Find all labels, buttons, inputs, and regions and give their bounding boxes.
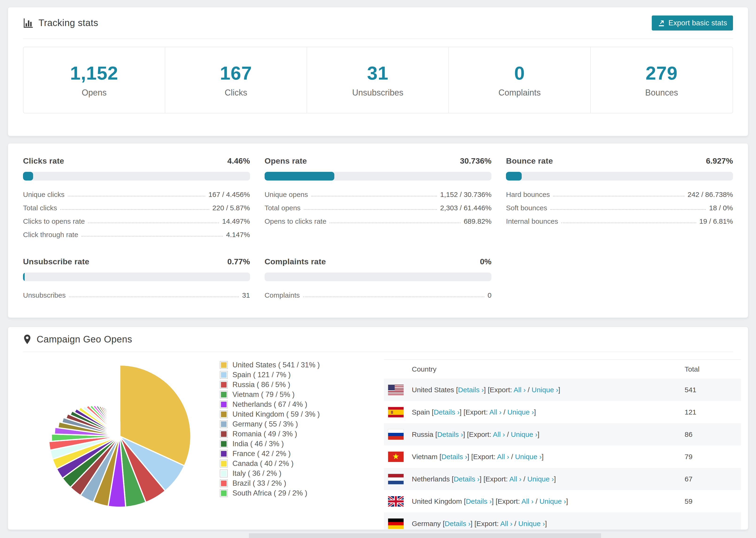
country-cell: Spain [Details ›] [Export: All › / Uniqu… — [384, 408, 685, 416]
stat-tile-bounces: 279Bounces — [591, 47, 732, 113]
total-cell: 59 — [685, 497, 741, 506]
export-all-link[interactable]: All › — [489, 408, 502, 416]
stat-value: 31 — [367, 62, 389, 84]
text: [Export: — [467, 430, 493, 438]
country-name: Germany — [412, 520, 441, 527]
legend-item-france[interactable]: France ( 42 / 2% ) — [220, 449, 320, 459]
legend-item-brazil[interactable]: Brazil ( 33 / 2% ) — [220, 478, 320, 488]
rate-stat-row: Unique opens1,152 / 30.736% — [265, 185, 492, 198]
legend-item-netherlands[interactable]: Netherlands ( 67 / 4% ) — [220, 400, 320, 409]
geo-content: United States ( 541 / 31% )Spain ( 121 /… — [8, 351, 748, 529]
country-cell: Vietnam [Details ›] [Export: All › / Uni… — [384, 453, 685, 461]
details-link[interactable]: Details › — [466, 497, 492, 505]
text — [441, 520, 443, 527]
details-link[interactable]: Details › — [454, 475, 479, 483]
es-flag-icon — [388, 407, 404, 417]
dotted-leader — [330, 223, 460, 223]
rate-stat-label: Clicks to opens rate — [23, 217, 85, 225]
legend-item-india[interactable]: India ( 46 / 3% ) — [220, 439, 320, 449]
rate-stat-row: Unsubscribes31 — [23, 286, 250, 299]
text: ] — [545, 520, 547, 527]
export-all-link[interactable]: All › — [509, 475, 521, 483]
column-header-total: Total — [685, 365, 741, 373]
dotted-leader — [69, 296, 239, 297]
rate-title: Opens rate — [265, 156, 307, 166]
text: ] — [534, 408, 536, 416]
pie-legend: United States ( 541 / 31% )Spain ( 121 /… — [220, 360, 320, 498]
map-pin-icon — [23, 334, 31, 345]
legend-label: Canada ( 40 / 2% ) — [233, 459, 294, 468]
export-unique-link[interactable]: Unique › — [511, 430, 537, 438]
text: / — [534, 497, 540, 505]
rate-stat-value: 18 / 0% — [709, 204, 733, 212]
dotted-leader — [553, 196, 684, 196]
legend-label: Netherlands ( 67 / 4% ) — [233, 400, 307, 409]
export-all-link[interactable]: All › — [497, 453, 509, 460]
details-link[interactable]: Details › — [445, 520, 470, 527]
geo-country-table: CountryTotalUnited States [Details ›] [E… — [384, 359, 741, 530]
legend-item-germany[interactable]: Germany ( 55 / 3% ) — [220, 419, 320, 429]
export-unique-link[interactable]: Unique › — [515, 453, 542, 460]
text — [482, 475, 483, 483]
details-link[interactable]: Details › — [441, 453, 467, 460]
dotted-leader — [311, 196, 437, 196]
text — [461, 408, 463, 416]
rate-stat-row: Total opens2,303 / 61.446% — [265, 198, 492, 212]
legend-item-italy[interactable]: Italy ( 36 / 2% ) — [220, 468, 320, 478]
horizontal-scrollbar[interactable] — [249, 533, 601, 538]
legend-item-russia[interactable]: Russia ( 86 / 5% ) — [220, 380, 320, 390]
export-all-link[interactable]: All › — [521, 497, 534, 505]
export-all-link[interactable]: All › — [493, 430, 505, 438]
export-unique-link[interactable]: Unique › — [531, 386, 558, 394]
dotted-leader — [561, 223, 696, 223]
details-link[interactable]: Details › — [437, 430, 463, 438]
rate-value: 4.46% — [227, 156, 250, 166]
text: / — [505, 430, 511, 438]
legend-item-south-africa[interactable]: South Africa ( 29 / 2% ) — [220, 488, 320, 498]
legend-item-vietnam[interactable]: Vietnam ( 79 / 5% ) — [220, 390, 320, 400]
dotted-leader — [60, 209, 209, 210]
legend-item-united-kingdom[interactable]: United Kingdom ( 59 / 3% ) — [220, 409, 320, 419]
dotted-leader — [303, 296, 484, 297]
legend-label: South Africa ( 29 / 2% ) — [233, 489, 307, 497]
text: ] — [479, 475, 481, 483]
legend-item-romania[interactable]: Romania ( 49 / 3% ) — [220, 429, 320, 439]
legend-item-spain[interactable]: Spain ( 121 / 7% ) — [220, 370, 320, 380]
export-unique-link[interactable]: Unique › — [540, 497, 566, 505]
table-row-us: United States [Details ›] [Export: All ›… — [384, 379, 741, 401]
rate-stat-label: Soft bounces — [506, 204, 547, 212]
rate-header: Complaints rate0% — [265, 257, 492, 266]
export-all-link[interactable]: All › — [500, 520, 513, 527]
text: [ — [464, 497, 466, 505]
legend-item-united-states[interactable]: United States ( 541 / 31% ) — [220, 360, 320, 370]
legend-item-canada[interactable]: Canada ( 40 / 2% ) — [220, 459, 320, 468]
export-unique-link[interactable]: Unique › — [527, 475, 554, 483]
stat-label: Bounces — [645, 88, 678, 98]
stat-value: 279 — [646, 62, 677, 84]
country-cell: Germany [Details ›] [Export: All › / Uni… — [384, 520, 685, 528]
text: / — [526, 386, 531, 394]
export-basic-stats-button[interactable]: Export basic stats — [652, 16, 733, 30]
stat-label: Unsubscribes — [352, 88, 404, 98]
country-name: Russia — [412, 430, 433, 438]
legend-swatch — [220, 459, 228, 467]
stat-tile-opens: 1,152Opens — [24, 47, 165, 113]
details-link[interactable]: Details › — [458, 386, 484, 394]
dotted-leader — [81, 236, 223, 237]
export-unique-link[interactable]: Unique › — [507, 408, 534, 416]
rate-stat-value: 31 — [242, 291, 250, 299]
rate-stat-value: 220 / 5.87% — [212, 204, 250, 212]
text — [472, 520, 474, 527]
table-row-es: Spain [Details ›] [Export: All › / Uniqu… — [384, 401, 741, 423]
stat-value: 167 — [220, 62, 252, 84]
rate-stat-row: Opens to clicks rate689.82% — [265, 212, 492, 225]
text: [Export: — [496, 497, 521, 505]
rate-value: 0.77% — [227, 257, 250, 266]
progress-bar-track — [23, 172, 250, 181]
export-unique-link[interactable]: Unique › — [518, 520, 545, 527]
rate-header: Unsubscribe rate0.77% — [23, 257, 250, 266]
nl-flag-icon — [388, 474, 404, 484]
country-cell: United Kingdom [Details ›] [Export: All … — [384, 497, 685, 506]
details-link[interactable]: Details › — [434, 408, 459, 416]
export-all-link[interactable]: All › — [514, 386, 526, 394]
